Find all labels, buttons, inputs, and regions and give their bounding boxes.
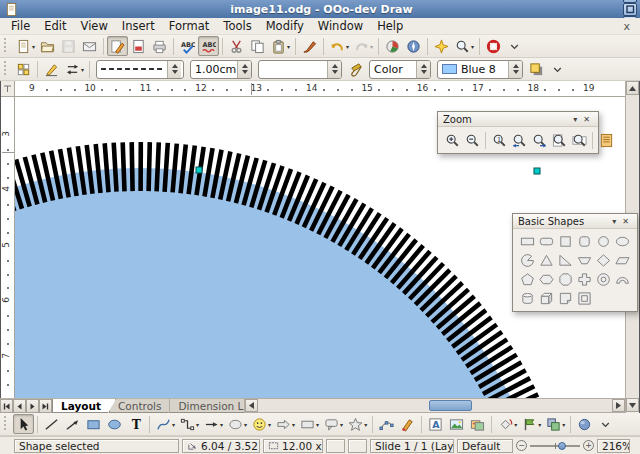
zoom-slider-thumb[interactable] [558,442,566,450]
shape-circle-pie-button[interactable] [518,251,537,269]
scroll-up-button[interactable] [626,81,639,95]
shape-parallelogram-button[interactable] [613,251,632,269]
shape-pentagon-button[interactable] [518,270,537,288]
area-dialog-button[interactable] [345,59,366,79]
shape-rounded-rectangle-button[interactable] [537,232,556,250]
zoom-page-button[interactable] [549,130,569,150]
maximize-button[interactable] [623,3,637,16]
next-page-button[interactable] [26,399,39,413]
zoom-in-button[interactable] [442,130,462,150]
zoom-out-button[interactable] [462,130,482,150]
styles-and-formatting-button[interactable] [13,59,34,79]
curve-button[interactable]: ▾ [153,414,177,434]
text-button[interactable]: T [125,414,146,434]
extrusion-button[interactable] [574,414,595,434]
edit-file-button[interactable] [107,36,128,56]
horizontal-scrollbar[interactable] [244,398,626,413]
menu-view[interactable]: View [74,18,115,34]
cut-button[interactable] [226,36,247,56]
line-button[interactable] [41,414,62,434]
shape-folded-corner-button[interactable] [556,289,575,307]
alignment-button[interactable]: ▾ [519,414,543,434]
menu-modify[interactable]: Modify [259,18,311,34]
toolbar-options-button[interactable] [504,36,525,56]
zoom-out-icon[interactable]: − [516,440,527,451]
shape-rectangle-button[interactable] [518,232,537,250]
menu-tools[interactable]: Tools [216,18,258,34]
navigator-button[interactable] [403,36,424,56]
horizontal-scroll-thumb[interactable] [429,400,472,411]
toolbar-menu-arrow-icon[interactable]: ▾ [609,217,619,226]
paste-button[interactable]: ▾ [268,36,292,56]
shape-frame-button[interactable] [575,289,594,307]
menu-file[interactable]: File [4,18,37,34]
display-grid-button[interactable] [431,36,452,56]
arrange-button[interactable]: ▾ [543,414,567,434]
basic-shapes-titlebar[interactable]: Basic Shapes ▾ ✕ [513,214,637,229]
menu-edit[interactable]: Edit [37,18,73,34]
zoom-previous-button[interactable] [509,130,529,150]
toolbar-grip[interactable] [4,416,9,432]
shape-cylinder-button[interactable] [518,289,537,307]
menu-insert[interactable]: Insert [115,18,162,34]
toolbar-menu-arrow-icon[interactable]: ▾ [570,115,580,124]
spellcheck-button[interactable]: ABC [177,36,198,56]
line-color-select[interactable] [258,60,342,79]
fill-color-select[interactable]: Blue 8 [437,60,523,79]
callouts-button[interactable]: ▾ [321,414,345,434]
open-button[interactable] [37,36,58,56]
connector-button[interactable]: ▾ [177,414,201,434]
page-tab-controls[interactable]: Controls [109,399,176,413]
shape-block-arc-button[interactable] [613,270,632,288]
line-style-select[interactable] [96,60,184,79]
arrow-style-button[interactable]: ▾ [62,59,86,79]
format-paintbrush-button[interactable] [299,36,320,56]
area-style-select[interactable]: Color [369,60,431,79]
scroll-down-button[interactable] [626,398,639,412]
shape-square-button[interactable] [556,232,575,250]
shape-trapezoid-button[interactable] [575,251,594,269]
shape-ellipse-button[interactable] [613,232,632,250]
zoom-in-icon[interactable]: + [583,440,594,451]
shape-octagon-button[interactable] [556,270,575,288]
toolbar-options-button[interactable] [547,59,568,79]
line-ends-arrow-button[interactable] [62,414,83,434]
symbol-shapes-button[interactable]: ▾ [249,414,273,434]
export-pdf-button[interactable] [128,36,149,56]
zoom-button[interactable]: ▾ [452,36,476,56]
shape-cube-button[interactable] [537,289,556,307]
toolbar-grip[interactable] [4,61,9,77]
last-page-button[interactable] [39,399,52,413]
title-bar[interactable]: image11.odg - OOo-dev Draw [0,0,640,18]
previous-page-button[interactable] [13,399,26,413]
shape-ring-button[interactable] [594,270,613,288]
edit-points-button[interactable] [376,414,397,434]
close-document-button[interactable]: x [617,20,636,33]
rectangle-button[interactable] [83,414,104,434]
toolbar-grip[interactable] [4,38,9,54]
ellipse-button[interactable] [104,414,125,434]
shape-hexagon-button[interactable] [537,270,556,288]
zoom-slider[interactable]: − + [516,439,594,453]
close-icon[interactable]: ✕ [580,115,593,124]
shape-cross-button[interactable] [575,270,594,288]
save-button[interactable] [58,36,79,56]
print-button[interactable] [149,36,170,56]
selection-handle[interactable] [534,168,540,174]
shape-rounded-square-button[interactable] [575,232,594,250]
new-document-button[interactable]: ▾ [13,36,37,56]
shape-isosceles-triangle-button[interactable] [537,251,556,269]
redo-button[interactable]: ▾ [351,36,375,56]
line-width-input[interactable]: 1.00cm [190,60,252,79]
shape-circle-button[interactable] [594,232,613,250]
stars-button[interactable]: ▾ [345,414,369,434]
scroll-left-button[interactable] [245,399,258,412]
fontwork-button[interactable]: A [425,414,446,434]
shape-right-triangle-button[interactable] [556,251,575,269]
undo-button[interactable]: ▾ [327,36,351,56]
lines-and-arrows-button[interactable]: ▾ [201,414,225,434]
gallery-button[interactable] [467,414,488,434]
chart-button[interactable] [382,36,403,56]
horizontal-scroll-track[interactable] [258,399,612,412]
help-button[interactable] [483,36,504,56]
